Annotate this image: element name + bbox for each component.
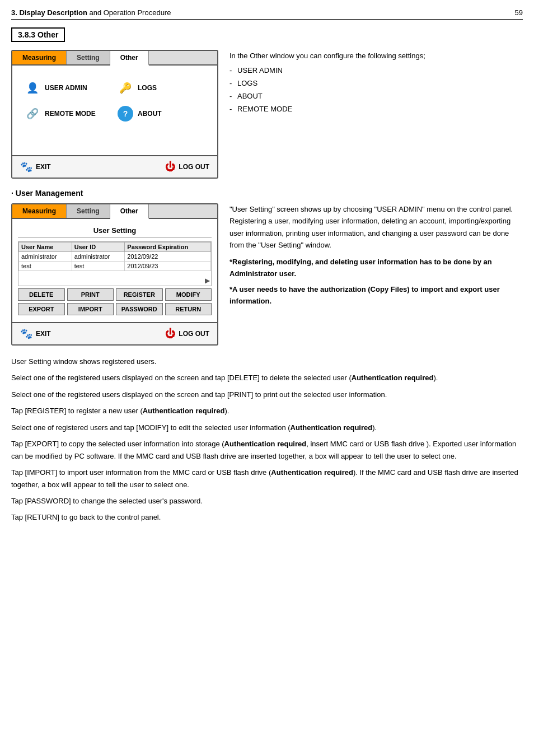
right-col-2: "User Setting" screen shows up by choosi… [229, 203, 523, 346]
list-item-about: ABOUT [229, 91, 523, 102]
row2-userid: test [72, 262, 125, 271]
user-setting-body: User Setting User Name User ID Password … [12, 219, 217, 322]
tab-setting-1[interactable]: Setting [67, 51, 110, 64]
row1-username: administrator [19, 252, 72, 262]
row1-userid: administrator [72, 252, 125, 262]
note-bold-2: *A user needs to have the authorization … [229, 283, 523, 307]
other-menu-body: 👤 USER ADMIN 🔑 LOGS 🔗 REMOTE MODE ? ABOU… [12, 66, 217, 155]
screen2-footer: 🐾 EXIT ⏻ LOG OUT [12, 322, 217, 344]
user-management-layout: Measuring Setting Other User Setting Use… [11, 203, 523, 346]
other-screen: Measuring Setting Other 👤 USER ADMIN 🔑 L… [11, 50, 218, 179]
tab-measuring-1[interactable]: Measuring [12, 51, 67, 64]
page-header: 3. Display Description and Operation Pro… [11, 8, 523, 20]
header-suffix: and Operation Procedure [87, 8, 171, 17]
section-388-layout: Measuring Setting Other 👤 USER ADMIN 🔑 L… [11, 50, 523, 179]
page-number: 59 [515, 8, 523, 17]
screen1-footer: 🐾 EXIT ⏻ LOG OUT [12, 155, 217, 178]
remote-mode-icon: 🔗 [25, 106, 40, 122]
right-col-1: In the Other window you can configure th… [229, 50, 523, 179]
body-para-5: Tap [EXPORT] to copy the selected user i… [11, 438, 523, 462]
right-intro-1: In the Other window you can configure th… [229, 50, 523, 62]
header-bold: 3. Display Description [11, 8, 87, 17]
user-setting-title: User Setting [18, 223, 212, 238]
exit-button-1[interactable]: 🐾 EXIT [20, 161, 51, 173]
table-row[interactable]: administrator administrator 2012/09/22 [19, 252, 211, 262]
list-item-remote: REMOTE MODE [229, 104, 523, 115]
logout-label-1: LOG OUT [179, 163, 209, 171]
auth-bold-2: Authentication required [143, 407, 225, 415]
auth-bold-3: Authentication required [291, 423, 373, 432]
row2-username: test [19, 262, 72, 271]
section-heading: 3.8.3 Other [11, 27, 65, 42]
menu-logs[interactable]: 🔑 LOGS [118, 80, 205, 96]
screen1-panel: Measuring Setting Other 👤 USER ADMIN 🔑 L… [11, 50, 218, 179]
other-menu-grid: 👤 USER ADMIN 🔑 LOGS 🔗 REMOTE MODE ? ABOU… [20, 74, 209, 127]
body-para-4: Select one of registered users and tap [… [11, 422, 523, 433]
settings-list: USER ADMIN LOGS ABOUT REMOTE MODE [229, 65, 523, 115]
exit-icon-1: 🐾 [20, 161, 32, 173]
right-note-2: *A user needs to have the authorization … [229, 283, 523, 307]
auth-bold-5: Authentication required [271, 468, 353, 477]
logs-label: LOGS [138, 84, 157, 92]
logout-button-1[interactable]: ⏻ LOG OUT [165, 161, 209, 173]
about-icon: ? [118, 106, 133, 122]
note-bold-1: *Registering, modifying, and deleting us… [229, 256, 523, 280]
list-item-user-admin: USER ADMIN [229, 65, 523, 77]
body-para-0: User Setting window shows registered use… [11, 356, 523, 367]
remote-mode-label: REMOTE MODE [45, 110, 96, 118]
menu-remote-mode[interactable]: 🔗 REMOTE MODE [25, 106, 112, 122]
table-row[interactable]: test test 2012/09/23 [19, 262, 211, 271]
tab-measuring-2[interactable]: Measuring [12, 204, 67, 218]
scroll-arrow: ▶ [205, 277, 210, 284]
logout-icon-2: ⏻ [165, 328, 175, 340]
body-para-3: Tap [REGISTER] to register a new user (A… [11, 405, 523, 417]
exit-button-2[interactable]: 🐾 EXIT [20, 328, 51, 340]
tab-bar-2: Measuring Setting Other [12, 204, 217, 219]
import-button[interactable]: IMPORT [67, 303, 114, 315]
body-para-2: Select one of the registered users displ… [11, 389, 523, 400]
delete-button[interactable]: DELETE [18, 288, 65, 301]
exit-label-1: EXIT [36, 163, 51, 171]
logout-label-2: LOG OUT [179, 330, 209, 338]
register-button[interactable]: REGISTER [116, 288, 163, 301]
screen2-panel: Measuring Setting Other User Setting Use… [11, 203, 218, 346]
tab-other-2[interactable]: Other [110, 204, 149, 219]
auth-bold-4: Authentication required [224, 440, 307, 448]
list-item-logs: LOGS [229, 78, 523, 90]
body-para-6: Tap [IMPORT] to import user information … [11, 466, 523, 491]
header-title: 3. Display Description and Operation Pro… [11, 8, 171, 17]
user-admin-label: USER ADMIN [45, 84, 87, 92]
col-userid: User ID [72, 242, 125, 252]
col-expiration: Password Expiration [125, 242, 211, 252]
tab-bar-1: Measuring Setting Other [12, 51, 217, 66]
user-management-heading: User Management [11, 189, 523, 198]
print-button[interactable]: PRINT [67, 288, 114, 301]
tab-setting-2[interactable]: Setting [67, 204, 110, 218]
exit-label-2: EXIT [36, 330, 51, 338]
password-button[interactable]: PASSWORD [116, 303, 163, 315]
auth-bold-1: Authentication required [352, 374, 434, 382]
row2-expiration: 2012/09/23 [125, 262, 211, 271]
modify-button[interactable]: MODIFY [165, 288, 212, 301]
btn-row-2: EXPORT IMPORT PASSWORD RETURN [18, 303, 212, 315]
user-setting-screen: Measuring Setting Other User Setting Use… [11, 203, 218, 346]
return-button[interactable]: RETURN [165, 303, 212, 315]
exit-icon-2: 🐾 [20, 328, 32, 340]
menu-user-admin[interactable]: 👤 USER ADMIN [25, 80, 112, 96]
body-para-7: Tap [PASSWORD] to change the selected us… [11, 495, 523, 507]
user-table-area[interactable]: User Name User ID Password Expiration ad… [18, 241, 212, 286]
body-para-1: Select one of the registered users displ… [11, 372, 523, 384]
body-para-8: Tap [RETURN] to go back to the control p… [11, 511, 523, 523]
export-button[interactable]: EXPORT [18, 303, 65, 315]
user-table: User Name User ID Password Expiration ad… [18, 242, 211, 271]
tab-other-1[interactable]: Other [110, 51, 149, 66]
right-text-2a: "User Setting" screen shows up by choosi… [229, 203, 523, 251]
row1-expiration: 2012/09/22 [125, 252, 211, 262]
about-label: ABOUT [138, 110, 162, 118]
col-username: User Name [19, 242, 72, 252]
btn-row-1: DELETE PRINT REGISTER MODIFY [18, 288, 212, 301]
menu-about[interactable]: ? ABOUT [118, 106, 205, 122]
logout-icon-1: ⏻ [165, 161, 175, 173]
logout-button-2[interactable]: ⏻ LOG OUT [165, 328, 209, 340]
user-admin-icon: 👤 [25, 80, 40, 96]
